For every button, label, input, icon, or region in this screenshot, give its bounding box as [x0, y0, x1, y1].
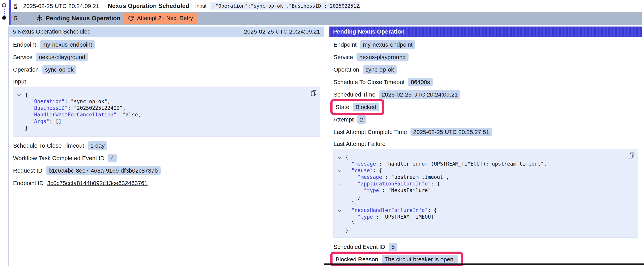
field-value: 86400s [408, 78, 433, 86]
code-gutter [337, 220, 346, 227]
field-row-endpoint: Endpointmy-nexus-endpoint [13, 40, 320, 49]
field-label: Blocked Reason [336, 256, 378, 263]
field-value: 1 day [88, 141, 108, 150]
field-label: Request ID [13, 167, 42, 174]
copy-icon[interactable] [628, 152, 635, 159]
code-line: "type": "NexusFailure" [337, 187, 624, 194]
retry-icon [128, 15, 134, 21]
pending-asterisk-icon [36, 15, 43, 22]
event-title: Nexus Operation Scheduled [108, 3, 189, 10]
code-text: "cause": { [346, 167, 382, 174]
field-row-blocked-reason: Blocked ReasonThe circuit breaker is ope… [334, 255, 638, 264]
field-label: Service [13, 54, 32, 61]
code-line: "message": "handler error (UPSTREAM_TIME… [337, 160, 624, 167]
code-text: { [25, 92, 28, 98]
event-detail-panel: 5 Nexus Operation Scheduled 2025-02-25 U… [8, 27, 324, 266]
timeline-event-open-circle-icon [2, 3, 6, 8]
code-gutter [337, 200, 346, 207]
annotation-highlight: StateBlocked [330, 99, 384, 115]
code-line: "Operation": "sync-op-ok", [17, 98, 306, 105]
event-time: 2025-02-25 UTC 20:24:09.21 [23, 3, 99, 9]
field-value: 4 [108, 154, 117, 162]
event-row-nexus-operation-scheduled[interactable]: 5 2025-02-25 UTC 20:24:09.21 Nexus Opera… [11, 0, 642, 12]
pending-title: Pending Nexus Operation [46, 15, 121, 22]
field-label: Last Attempt Complete Time [334, 129, 407, 135]
field-row-request-id: Request IDb1c6a4bc-8ee7-468a-9169-df3b02… [13, 166, 320, 175]
event-input-label: Input [195, 3, 206, 9]
collapse-chevron-icon[interactable] [337, 154, 346, 160]
code-line: "type": "UPSTREAM_TIMEOUT" [337, 213, 624, 220]
field-row-endpoint: Endpointmy-nexus-endpoint [334, 40, 638, 49]
code-gutter [17, 111, 25, 118]
event-fields-bottom: Schedule To Close Timeout1 dayWorkflow T… [13, 141, 320, 188]
pending-panel-header: Pending Nexus Operation [329, 27, 642, 37]
code-line: { [17, 92, 306, 98]
code-line: "nexusHandlerFailureInfo": { [337, 207, 624, 213]
code-line: "HandlerWaitForCancellation": false, [17, 111, 306, 118]
field-value: Blocked [353, 103, 379, 111]
retry-badge-label: Attempt 2 · Next Retry [137, 15, 193, 22]
code-gutter [337, 174, 346, 180]
collapse-chevron-icon[interactable] [337, 167, 346, 174]
field-label: Scheduled Event ID [334, 243, 385, 250]
copy-icon[interactable] [310, 90, 317, 97]
code-gutter [337, 160, 346, 167]
collapse-chevron-icon[interactable] [337, 180, 346, 187]
field-row-endpoint-id: Endpoint ID3c0c75ccfa8144b092c13ce632463… [13, 179, 320, 188]
field-row-workflow-task-completed-event-id: Workflow Task Completed Event ID4 [13, 154, 320, 163]
code-text: "BusinessID": "20250225122409", [25, 105, 126, 111]
code-text: "message": "upstream timeout", [346, 174, 449, 180]
field-label: Endpoint [13, 41, 36, 48]
field-value: nexus-playground [36, 53, 88, 61]
field-value-link[interactable]: 3c0c75ccfa8144b092c13ce632463761 [47, 180, 148, 186]
code-gutter [17, 105, 25, 111]
code-line: }, [337, 200, 624, 207]
field-row-last-attempt-complete-time: Last Attempt Complete Time2025-02-25 UTC… [334, 128, 638, 137]
code-line: "applicationFailureInfo": { [337, 180, 624, 187]
field-label: Endpoint [334, 41, 356, 48]
field-row-scheduled-event-id: Scheduled Event ID5 [334, 242, 638, 251]
field-value: The circuit breaker is open. [382, 255, 458, 264]
collapse-chevron-icon[interactable] [337, 207, 346, 213]
code-text: }, [346, 200, 358, 207]
code-text: "type": "NexusFailure" [346, 187, 431, 194]
event-fields-top: Endpointmy-nexus-endpointServicenexus-pl… [13, 40, 320, 74]
field-label: Schedule To Close Timeout [334, 79, 405, 85]
event-detail-header: 5 Nexus Operation Scheduled 2025-02-25 U… [9, 27, 324, 37]
code-text: "type": "UPSTREAM_TIMEOUT" [346, 213, 437, 220]
field-label: Endpoint ID [13, 180, 44, 186]
event-input-preview-chip: {"Operation":"sync-op-ok","BusinessID":"… [210, 2, 360, 10]
code-text: "Operation": "sync-op-ok", [25, 98, 110, 105]
field-row-schedule-to-close-timeout: Schedule To Close Timeout86400s [334, 78, 638, 87]
code-text: "message": "handler error (UPSTREAM_TIME… [346, 160, 547, 167]
failure-json-viewer: { "message": "handler error (UPSTREAM_TI… [334, 149, 638, 238]
field-value: sync-op-ok [42, 65, 76, 74]
code-text: } [346, 194, 360, 200]
field-row-operation: Operationsync-op-ok [334, 65, 638, 74]
field-label: State [336, 104, 349, 110]
pending-operation-panel: Pending Nexus Operation Endpointmy-nexus… [329, 27, 642, 265]
temporal-event-history-screen: 5 2025-02-25 UTC 20:24:09.21 Nexus Opera… [0, 0, 644, 266]
field-row-attempt: Attempt2 [334, 115, 638, 124]
field-value: b1c6a4bc-8ee7-468a-9169-df3b02c8737b [46, 166, 160, 175]
field-value: 5 [389, 242, 398, 251]
event-id-link[interactable]: 5 [14, 3, 17, 9]
code-line: } [337, 220, 624, 227]
collapse-chevron-icon[interactable] [17, 92, 25, 98]
timeline-event-filled-dot-icon [2, 16, 6, 20]
pending-operation-row[interactable]: 5 Pending Nexus Operation Attempt 2 · Ne… [10, 12, 642, 25]
code-gutter [17, 98, 25, 105]
event-detail-header-title: 5 Nexus Operation Scheduled [13, 28, 91, 35]
code-line: { [337, 154, 624, 160]
code-line: "cause": { [337, 167, 624, 174]
pending-id-link[interactable]: 5 [14, 15, 17, 22]
code-text: } [25, 125, 28, 131]
bottom-window-edge [324, 263, 644, 265]
input-json-viewer: { "Operation": "sync-op-ok", "BusinessID… [13, 87, 320, 137]
code-gutter [337, 227, 346, 233]
field-value: 2025-02-25 UTC 20:25:27.51 [410, 128, 492, 136]
event-detail-header-time: 2025-02-25 UTC 20:24:09.21 [244, 28, 320, 35]
field-label: Schedule To Close Timeout [13, 142, 84, 149]
pending-panel-header-title: Pending Nexus Operation [333, 28, 405, 35]
retry-status-badge: Attempt 2 · Next Retry [124, 13, 197, 24]
